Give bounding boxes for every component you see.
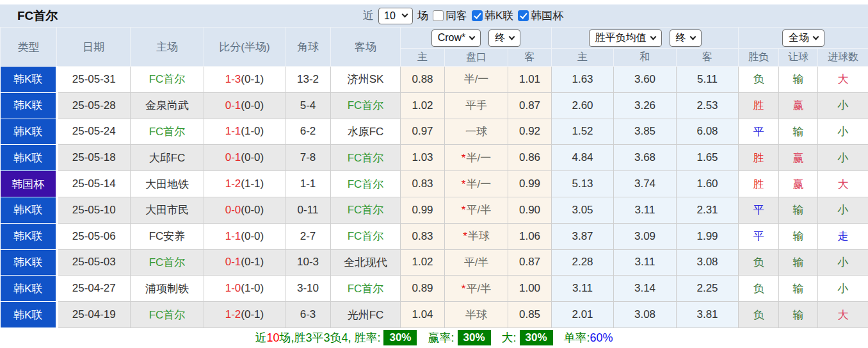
avg-home-cell: 1.52: [552, 119, 614, 145]
corner-cell: 5-4: [285, 92, 331, 119]
kleague-checkbox[interactable]: [472, 10, 483, 21]
half-score: (0-0): [241, 151, 264, 163]
final-score: 1-1: [225, 125, 241, 137]
home-odds-cell: 0.89: [401, 276, 445, 302]
home-odds-cell: 0.99: [401, 197, 445, 223]
handicap-result-cell: 赢: [779, 92, 818, 119]
date-cell: 25-05-10: [57, 197, 131, 223]
goals-result-cell: 走: [818, 223, 868, 249]
score-cell: 0-0(0-0): [204, 197, 285, 223]
col-header-home: 主场: [131, 28, 204, 67]
score-cell: 1-0(1-0): [204, 276, 285, 302]
odds-stage-value: 终: [495, 31, 505, 45]
league-type-cell: 韩K联: [1, 249, 57, 276]
korea-cup-checkbox[interactable]: [518, 10, 529, 21]
half-score: (0-1): [241, 256, 264, 268]
corner-cell: 0-11: [285, 197, 331, 223]
handicap-result-cell: 输: [779, 119, 818, 145]
sub-header-avg-home: 主: [552, 49, 614, 67]
topbar: FC首尔 近 10 场 同客 韩K联 韩国杯: [0, 4, 868, 27]
handicap-line-cell: 半/一: [445, 67, 508, 93]
table-row: 韩国杯25-05-14大田地铁1-2(1-1)1-1FC首尔0.83*半/一0.…: [1, 171, 868, 197]
avg-draw-cell: 3.14: [614, 276, 677, 302]
league-type-cell: 韩K联: [1, 223, 57, 249]
handicap-result-cell: 输: [779, 67, 818, 93]
home-team-cell: FC首尔: [131, 119, 204, 145]
home-odds-cell: 0.97: [401, 119, 445, 145]
avg-stage-select[interactable]: 终: [670, 29, 702, 47]
match-table-body: 韩K联25-05-31FC首尔1-3(0-1)13-2济州SK0.88半/一1.…: [1, 67, 868, 328]
date-cell: 25-04-27: [57, 276, 131, 302]
bookmaker-select[interactable]: Crow*: [431, 29, 481, 47]
handicap-result-cell: 赢: [779, 171, 818, 197]
corner-cell: 13-2: [285, 67, 331, 93]
handicap-line-cell: *平/半: [445, 276, 508, 302]
home-team-cell: 大田地铁: [131, 171, 204, 197]
avg-group-header: 胜平负均值 终: [552, 28, 739, 49]
goals-result-cell: 小: [818, 249, 868, 276]
half-score: (0-0): [241, 99, 264, 112]
outcome-cell: 胜: [739, 145, 779, 171]
away-odds-cell: 1.01: [508, 67, 552, 93]
odds-stage-select[interactable]: 终: [488, 29, 520, 47]
score-cell: 1-2(1-1): [204, 171, 285, 197]
goals-result-cell: 小: [818, 92, 868, 119]
score-cell: 0-1(0-0): [204, 145, 285, 171]
avg-home-cell: 3.11: [552, 276, 614, 302]
avg-home-cell: 2.60: [552, 92, 614, 119]
recent-label: 近: [363, 8, 374, 23]
recent-count-value: 10: [384, 10, 396, 22]
league-type-cell: 韩国杯: [1, 171, 57, 197]
same-venue-checkbox[interactable]: [433, 10, 444, 21]
recent-count-select[interactable]: 10: [378, 8, 413, 24]
corner-cell: 10-3: [285, 249, 331, 276]
table-row: 韩K联25-05-06FC安养1-1(0-0)2-7FC首尔0.83*半球1.0…: [1, 223, 868, 249]
score-cell: 1-1(0-0): [204, 223, 285, 249]
bookmaker-value: Crow*: [438, 32, 466, 44]
away-odds-cell: 0.90: [508, 197, 552, 223]
summary-recent-prefix: 近: [255, 330, 266, 345]
col-header-corner: 角球: [285, 28, 331, 67]
live-star-icon: *: [462, 152, 466, 164]
handicap-line-cell: *半/一: [445, 171, 508, 197]
sub-header-goals: 进球数: [818, 49, 868, 67]
goals-result-cell: 大: [818, 302, 868, 328]
corner-cell: 1-1: [285, 171, 331, 197]
matches-label: 场: [417, 8, 428, 23]
goals-result-cell: 小: [818, 145, 868, 171]
away-odds-cell: 0.87: [508, 249, 552, 276]
scope-select[interactable]: 全场: [782, 29, 824, 47]
date-cell: 25-05-28: [57, 92, 131, 119]
handicap-line-cell: 平/半: [445, 249, 508, 276]
home-team-cell: 大邱FC: [131, 145, 204, 171]
chevron-down-icon: [813, 33, 819, 40]
final-score: 0-0: [225, 204, 241, 216]
home-odds-cell: 0.83: [401, 171, 445, 197]
away-odds-cell: 1.06: [508, 223, 552, 249]
avg-away-cell: 6.08: [677, 119, 739, 145]
table-row: 韩K联25-05-28金泉尚武0-1(0-0)5-4FC首尔1.02平手0.87…: [1, 92, 868, 119]
scope-group-header: 全场: [739, 28, 868, 49]
final-score: 1-0: [225, 282, 241, 294]
avg-home-cell: 3.87: [552, 223, 614, 249]
league-type-cell: 韩K联: [1, 145, 57, 171]
korea-cup-label: 韩国杯: [531, 8, 563, 23]
outcome-cell: 平: [739, 197, 779, 223]
live-star-icon: *: [462, 178, 466, 190]
avg-draw-cell: 3.74: [614, 171, 677, 197]
avg-home-cell: 4.84: [552, 145, 614, 171]
table-row: 韩K联25-05-31FC首尔1-3(0-1)13-2济州SK0.88半/一1.…: [1, 67, 868, 93]
final-score: 1-1: [225, 230, 241, 242]
final-score: 1-2: [225, 308, 241, 320]
date-cell: 25-05-31: [57, 67, 131, 93]
away-team-cell: FC首尔: [331, 92, 401, 119]
outcome-cell: 胜: [739, 171, 779, 197]
final-score: 0-1: [225, 256, 241, 268]
away-team-cell: FC首尔: [331, 171, 401, 197]
scope-value: 全场: [789, 31, 809, 45]
avg-away-cell: 1.60: [677, 171, 739, 197]
sub-header-odds-away: 客: [508, 49, 552, 67]
away-team-cell: FC首尔: [331, 223, 401, 249]
avg-type-select[interactable]: 胜平负均值: [589, 29, 662, 47]
avg-away-cell: 3.81: [677, 302, 739, 328]
